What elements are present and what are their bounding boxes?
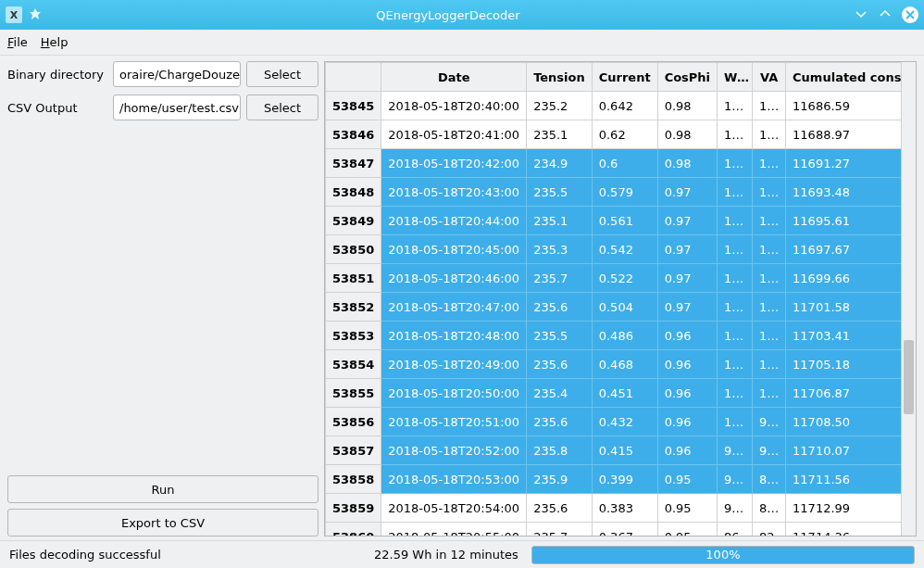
cell-watt[interactable]: 11... — [718, 322, 753, 350]
cell-date[interactable]: 2018-05-18T20:43:00 — [381, 178, 527, 207]
csv-output-input[interactable]: /home/user/test.csv — [113, 95, 241, 120]
cell-cosphi[interactable]: 0.95 — [657, 465, 717, 494]
cell-current[interactable]: 0.579 — [592, 178, 657, 207]
run-button[interactable]: Run — [7, 475, 318, 503]
cell-cum[interactable]: 11712.99 — [786, 494, 901, 523]
cell-current[interactable]: 0.522 — [592, 264, 657, 293]
row-header[interactable]: 53847 — [326, 149, 381, 178]
col-header-tension[interactable]: Tension — [527, 63, 593, 92]
table-row[interactable]: 538582018-05-18T20:53:00235.90.3990.9594… — [326, 465, 902, 494]
cell-tension[interactable]: 235.6 — [527, 350, 593, 379]
cell-va[interactable]: 14... — [753, 92, 786, 120]
cell-cosphi[interactable]: 0.98 — [657, 92, 717, 120]
cell-tension[interactable]: 235.6 — [527, 494, 593, 523]
cell-cum[interactable]: 11701.58 — [786, 293, 901, 322]
table-row[interactable]: 538452018-05-18T20:40:00235.20.6420.9815… — [326, 92, 902, 120]
row-header[interactable]: 53858 — [326, 465, 381, 494]
cell-cum[interactable]: 11688.97 — [786, 120, 901, 149]
table-row[interactable]: 538602018-05-18T20:55:00235.70.3670.9586… — [326, 523, 902, 536]
menu-file[interactable]: File — [7, 35, 28, 49]
cell-date[interactable]: 2018-05-18T20:51:00 — [381, 408, 527, 436]
col-header-cumulated[interactable]: Cumulated consumption — [786, 63, 901, 92]
cell-date[interactable]: 2018-05-18T20:41:00 — [381, 120, 527, 149]
cell-date[interactable]: 2018-05-18T20:40:00 — [381, 92, 527, 120]
export-csv-button[interactable]: Export to CSV — [7, 509, 318, 536]
app-icon[interactable]: X — [6, 6, 22, 23]
cell-cum[interactable]: 11711.56 — [786, 465, 901, 494]
cell-date[interactable]: 2018-05-18T20:53:00 — [381, 465, 527, 494]
cell-current[interactable]: 0.451 — [592, 379, 657, 408]
cell-cosphi[interactable]: 0.98 — [657, 120, 717, 149]
binary-dir-input[interactable]: oraire/ChargeDouze — [113, 61, 241, 87]
cell-va[interactable]: 93... — [753, 436, 786, 465]
cell-watt[interactable]: 12... — [718, 264, 753, 293]
cell-watt[interactable]: 94.... — [718, 465, 753, 494]
row-header[interactable]: 53853 — [326, 322, 381, 350]
cell-watt[interactable]: 86 — [718, 523, 753, 536]
cell-cosphi[interactable]: 0.95 — [657, 494, 717, 523]
cell-tension[interactable]: 235.3 — [527, 235, 593, 264]
cell-va[interactable]: 85... — [753, 494, 786, 523]
cell-watt[interactable]: 14... — [718, 120, 753, 149]
cell-tension[interactable]: 235.6 — [527, 293, 593, 322]
cell-watt[interactable]: 90.... — [718, 494, 753, 523]
cell-current[interactable]: 0.542 — [592, 235, 657, 264]
cell-tension[interactable]: 235.7 — [527, 264, 593, 293]
maximize-icon[interactable] — [878, 7, 893, 22]
cell-current[interactable]: 0.432 — [592, 408, 657, 436]
col-header-current[interactable]: Current — [592, 63, 657, 92]
cell-va[interactable]: 10... — [753, 322, 786, 350]
cell-va[interactable]: 89... — [753, 465, 786, 494]
cell-current[interactable]: 0.6 — [592, 149, 657, 178]
cell-current[interactable]: 0.367 — [592, 523, 657, 536]
cell-watt[interactable]: 11... — [718, 350, 753, 379]
table-row[interactable]: 538512018-05-18T20:46:00235.70.5220.9712… — [326, 264, 902, 293]
row-header[interactable]: 53850 — [326, 235, 381, 264]
cell-va[interactable]: 11... — [753, 293, 786, 322]
cell-watt[interactable]: 97.... — [718, 436, 753, 465]
row-header[interactable]: 53857 — [326, 436, 381, 465]
cell-watt[interactable]: 15... — [718, 92, 753, 120]
row-header[interactable]: 53848 — [326, 178, 381, 207]
row-header[interactable]: 53849 — [326, 207, 381, 235]
row-header[interactable]: 53851 — [326, 264, 381, 293]
cell-watt[interactable]: 11... — [718, 293, 753, 322]
cell-current[interactable]: 0.383 — [592, 494, 657, 523]
cell-tension[interactable]: 235.9 — [527, 465, 593, 494]
cell-date[interactable]: 2018-05-18T20:55:00 — [381, 523, 527, 536]
row-header[interactable]: 53856 — [326, 408, 381, 436]
cell-cosphi[interactable]: 0.97 — [657, 293, 717, 322]
cell-tension[interactable]: 235.7 — [527, 523, 593, 536]
cell-va[interactable]: 97... — [753, 408, 786, 436]
col-header-watt[interactable]: Watt — [718, 63, 753, 92]
cell-tension[interactable]: 234.9 — [527, 149, 593, 178]
table-row[interactable]: 538532018-05-18T20:48:00235.50.4860.9611… — [326, 322, 902, 350]
cell-va[interactable]: 14... — [753, 120, 786, 149]
cell-current[interactable]: 0.486 — [592, 322, 657, 350]
cell-date[interactable]: 2018-05-18T20:48:00 — [381, 322, 527, 350]
cell-watt[interactable]: 14... — [718, 149, 753, 178]
cell-cum[interactable]: 11697.67 — [786, 235, 901, 264]
titlebar[interactable]: X QEnergyLoggerDecoder — [0, 0, 924, 30]
cell-current[interactable]: 0.415 — [592, 436, 657, 465]
cell-cosphi[interactable]: 0.97 — [657, 235, 717, 264]
cell-current[interactable]: 0.642 — [592, 92, 657, 120]
cell-cosphi[interactable]: 0.96 — [657, 322, 717, 350]
cell-va[interactable]: 82 — [753, 523, 786, 536]
pin-icon[interactable] — [28, 7, 43, 22]
cell-cum[interactable]: 11705.18 — [786, 350, 901, 379]
cell-va[interactable]: 12... — [753, 235, 786, 264]
cell-watt[interactable]: 13... — [718, 178, 753, 207]
table-row[interactable]: 538482018-05-18T20:43:00235.50.5790.9713… — [326, 178, 902, 207]
table-scroll[interactable]: Date Tension Current CosPhi Watt VA Cumu… — [325, 62, 901, 536]
cell-cum[interactable]: 11708.50 — [786, 408, 901, 436]
table-row[interactable]: 538522018-05-18T20:47:00235.60.5040.9711… — [326, 293, 902, 322]
cell-tension[interactable]: 235.5 — [527, 322, 593, 350]
cell-current[interactable]: 0.561 — [592, 207, 657, 235]
row-header[interactable]: 53854 — [326, 350, 381, 379]
cell-watt[interactable]: 13... — [718, 207, 753, 235]
cell-date[interactable]: 2018-05-18T20:47:00 — [381, 293, 527, 322]
cell-tension[interactable]: 235.4 — [527, 379, 593, 408]
table-row[interactable]: 538592018-05-18T20:54:00235.60.3830.9590… — [326, 494, 902, 523]
vertical-scrollbar[interactable] — [901, 62, 916, 536]
